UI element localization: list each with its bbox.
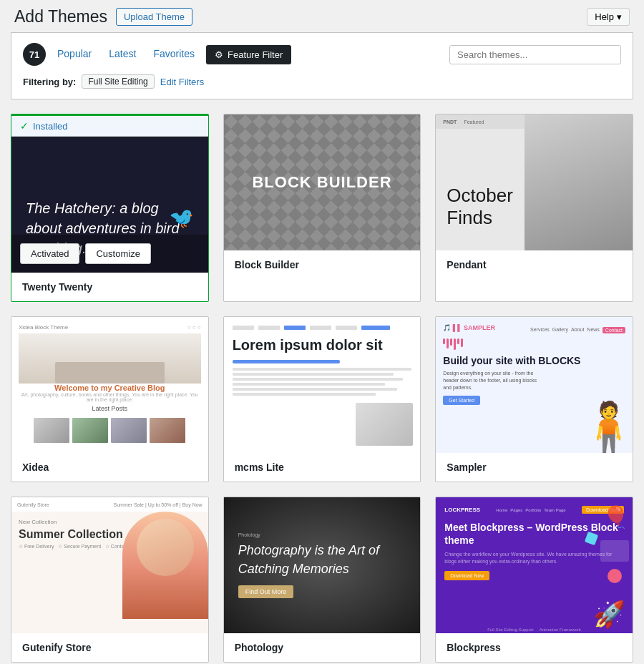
theme-thumbnail-sampler: 🎵 ▌▌ SAMPLER Services Gallery About News… xyxy=(436,317,633,453)
thumbnail-content: Block Builder xyxy=(224,114,421,250)
checkmark-icon: ✓ xyxy=(20,120,29,132)
person-image xyxy=(122,512,208,619)
installed-badge: ✓ Installed xyxy=(11,116,208,137)
theme-thumbnail-blockpress: LOCKPRESS Home Pages Portfolio Team Page… xyxy=(436,497,633,633)
theme-actions-overlay: Activated Customize xyxy=(11,235,208,273)
theme-name-photology: Photology xyxy=(224,633,421,662)
themes-grid: ✓ Installed The Hatchery: a blog about a… xyxy=(0,114,644,664)
theme-card-pendant[interactable]: PNDT Featured OctoberFinds Pendant xyxy=(435,114,633,302)
theme-card-mcms[interactable]: Lorem ipsum dolor sit mcms Lite xyxy=(223,316,421,482)
welcome-text: Welcome to my Creative Blog xyxy=(54,384,165,392)
nav-item-active xyxy=(284,326,306,330)
theme-name-sampler: Sampler xyxy=(436,453,633,482)
filter-tag: Full Site Editing xyxy=(82,74,154,89)
upload-theme-button[interactable]: Upload Theme xyxy=(116,8,192,26)
highlight-bar xyxy=(233,360,340,363)
page-header: Add Themes Upload Theme Help ▾ xyxy=(0,0,644,32)
store-nav: Gutenify Store Summer Sale | Up to 50% o… xyxy=(11,497,208,512)
decorative-shapes: 🎈 xyxy=(602,504,629,529)
filter-top: 71 Popular Latest Favorites ⚙ Feature Fi… xyxy=(23,43,621,66)
theme-card-gutenify[interactable]: Gutenify Store Summer Sale | Up to 50% o… xyxy=(11,497,209,663)
latest-posts-label: Latest Posts xyxy=(92,405,128,412)
theme-name-blockpress: Blockpress xyxy=(436,633,633,662)
theme-thumbnail-photology: Photology Photography is the Art of Catc… xyxy=(224,497,421,633)
thumbnail-content: Lorem ipsum dolor sit xyxy=(224,317,421,453)
search-input[interactable] xyxy=(449,45,621,64)
thumbnail-content: Photology Photography is the Art of Catc… xyxy=(224,497,421,633)
figure-illustration: 🧍 xyxy=(577,403,633,453)
theme-card-photology[interactable]: Photology Photography is the Art of Catc… xyxy=(223,497,421,663)
download-btn: Download Now xyxy=(444,571,489,580)
thumbnail-text: Lorem ipsum dolor sit xyxy=(233,336,412,354)
bottom-img-1 xyxy=(34,418,69,443)
bottom-img-4 xyxy=(150,418,185,443)
bottom-img-2 xyxy=(72,418,108,443)
theme-card-twentytwenty[interactable]: ✓ Installed The Hatchery: a blog about a… xyxy=(11,114,209,302)
theme-thumbnail-blockbuilder: Block Builder xyxy=(224,114,421,250)
customize-button[interactable]: Customize xyxy=(85,243,150,264)
theme-name-gutenify: Gutenify Store xyxy=(11,633,208,662)
help-button[interactable]: Help ▾ xyxy=(587,8,630,26)
xidea-top-bar: Xidea Block Theme ○ ○ ○ xyxy=(19,324,201,331)
blockpress-header: LOCKPRESS Home Pages Portfolio Team Page… xyxy=(444,506,624,514)
image-placeholder xyxy=(356,403,413,446)
theme-card-xidea[interactable]: Xidea Block Theme ○ ○ ○ Welcome to my Cr… xyxy=(11,316,209,482)
thumbnail-content: PNDT Featured OctoberFinds xyxy=(436,114,633,250)
nav-favorites[interactable]: Favorites xyxy=(145,45,203,64)
bottom-tagline: Full Site Editing Support Animation Fram… xyxy=(436,628,633,632)
theme-name-twentytwenty: Twenty Twenty xyxy=(11,273,208,301)
sub-text: Art, photography, culture, books and oth… xyxy=(19,392,201,402)
explore-btn: Find Out More xyxy=(238,585,294,598)
theme-thumbnail-xidea: Xidea Block Theme ○ ○ ○ Welcome to my Cr… xyxy=(11,317,208,453)
body-lines xyxy=(233,368,412,396)
theme-thumbnail-pendant: PNDT Featured OctoberFinds xyxy=(436,114,633,250)
get-started-btn: Get Started xyxy=(443,396,480,405)
theme-card-blockpress[interactable]: LOCKPRESS Home Pages Portfolio Team Page… xyxy=(435,497,633,663)
theme-thumbnail-gutenify: Gutenify Store Summer Sale | Up to 50% o… xyxy=(11,497,208,633)
edit-filters-link[interactable]: Edit Filters xyxy=(160,77,204,87)
theme-card-blockbuilder[interactable]: Block Builder Block Builder xyxy=(223,114,421,302)
thumbnail-text: Meet Blockpress – WordPress Block theme xyxy=(444,521,624,547)
page-title: Add Themes xyxy=(14,7,107,26)
thumbnail-text: Photography is the Art of Catching Memor… xyxy=(238,542,406,577)
mcms-nav xyxy=(233,326,412,330)
nav-cta xyxy=(361,326,390,330)
nav-item-1 xyxy=(233,326,254,330)
activated-button: Activated xyxy=(20,243,79,264)
filtering-by-label: Filtering by: xyxy=(23,77,76,87)
bottom-img-3 xyxy=(111,418,147,443)
thumbnail-text: Block Builder xyxy=(252,173,391,192)
thumbnail-text: OctoberFinds xyxy=(447,185,513,229)
brand-bar: 🎵 ▌▌ SAMPLER xyxy=(443,324,495,331)
feature-filter-button[interactable]: ⚙ Feature Filter xyxy=(206,45,291,64)
thumbnail-text: Build your site with BLOCKS xyxy=(443,354,625,367)
nav-item-5 xyxy=(336,326,357,330)
nav-popular[interactable]: Popular xyxy=(57,45,100,64)
bird-icon: 🐦 xyxy=(169,206,194,230)
thumbnail-content: Gutenify Store Summer Sale | Up to 50% o… xyxy=(11,497,208,633)
thumbnail-content: LOCKPRESS Home Pages Portfolio Team Page… xyxy=(436,497,633,633)
bottom-images xyxy=(34,418,185,443)
wave-graphic xyxy=(443,338,625,350)
thumbnail-content: 🎵 ▌▌ SAMPLER Services Gallery About News… xyxy=(436,317,633,453)
theme-count: 71 xyxy=(23,43,46,66)
theme-name-mcms: mcms Lite xyxy=(224,453,421,482)
person-image xyxy=(525,114,633,250)
nav-item-4 xyxy=(310,326,331,330)
nav-latest[interactable]: Latest xyxy=(100,45,145,64)
theme-name-xidea: Xidea xyxy=(11,453,208,482)
theme-thumbnail-mcms: Lorem ipsum dolor sit xyxy=(224,317,421,453)
filter-nav: Popular Latest Favorites ⚙ Feature Filte… xyxy=(57,45,449,64)
nav-item-2 xyxy=(258,326,280,330)
thumbnail-content: Xidea Block Theme ○ ○ ○ Welcome to my Cr… xyxy=(11,317,208,453)
desk-image xyxy=(19,333,201,384)
theme-card-sampler[interactable]: 🎵 ▌▌ SAMPLER Services Gallery About News… xyxy=(435,316,633,482)
gear-icon: ⚙ xyxy=(215,49,223,60)
theme-name-pendant: Pendant xyxy=(436,250,633,279)
rocket-icon: 🚀 xyxy=(593,600,625,630)
nav-bar: Photology xyxy=(238,532,406,537)
theme-name-blockbuilder: Block Builder xyxy=(224,250,421,279)
filter-row: Filtering by: Full Site Editing Edit Fil… xyxy=(23,74,621,89)
theme-thumbnail-twentytwenty: The Hatchery: a blog about adventures in… xyxy=(11,137,208,273)
filter-bar: 71 Popular Latest Favorites ⚙ Feature Fi… xyxy=(11,32,633,99)
